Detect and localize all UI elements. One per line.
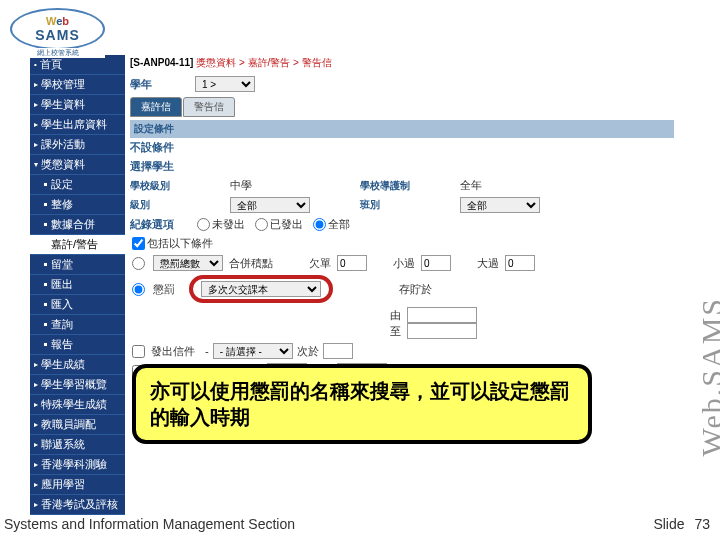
sidebar-item[interactable]: ▸學校管理 [30,75,125,95]
sidebar-item[interactable]: 嘉許/警告 [30,235,125,255]
sidebar-item[interactable]: ▸特殊學生成績 [30,395,125,415]
tab-commend[interactable]: 嘉許信 [130,97,182,117]
sidebar-item[interactable]: 報告 [30,335,125,355]
left-sidebar: •首頁▸學校管理▸學生資料▸學生出席資料▸課外活動▾獎懲資料設定整修數據合併嘉許… [30,55,125,515]
radio-all[interactable] [313,218,326,231]
sidebar-item[interactable]: 查詢 [30,315,125,335]
include-label: 包括以下條件 [147,236,213,251]
sidebar-item[interactable]: ▸學生出席資料 [30,115,125,135]
sidebar-item[interactable]: ▸學生成績 [30,355,125,375]
sidebar-item[interactable]: •首頁 [30,55,125,75]
group-select[interactable]: 全部 [460,197,540,213]
radio-unissued[interactable] [197,218,210,231]
class-label: 級別 [130,198,210,212]
input-l3[interactable] [505,255,535,271]
watermark-text: Web.SAMS [695,297,720,456]
sidebar-item[interactable]: ▸香港考試及評核 [30,495,125,515]
sidebar-item[interactable]: ▸教職員調配 [30,415,125,435]
level-label: 學校級別 [130,179,210,193]
punishment-name-select[interactable]: 多次欠交課本 [201,281,321,297]
include-checkbox[interactable] [132,237,145,250]
record-label: 紀錄選項 [130,217,195,232]
sidebar-item[interactable]: ▾獎懲資料 [30,155,125,175]
sidebar-item[interactable]: ▸香港學科測驗 [30,455,125,475]
level-value: 中學 [230,178,340,193]
sidebar-item[interactable]: ▸課外活動 [30,135,125,155]
input-l1[interactable] [337,255,367,271]
class-select[interactable]: 全部 [230,197,310,213]
sidebar-item[interactable]: 留堂 [30,255,125,275]
input-l2[interactable] [421,255,451,271]
sidebar-item[interactable]: ▸學生學習概覽 [30,375,125,395]
date-to[interactable] [407,323,477,339]
sidebar-item[interactable]: 整修 [30,195,125,215]
highlight-punishment: 多次欠交課本 [189,275,333,303]
callout-box: 亦可以使用懲罰的名稱來搜尋，並可以設定懲罰的輸入時期 [132,364,592,444]
tab-warn[interactable]: 警告信 [183,97,235,117]
radio-issued[interactable] [255,218,268,231]
opt-sel: 選擇學生 [130,159,195,174]
tab-bar: 嘉許信 警告信 [130,97,674,117]
sidebar-item[interactable]: 設定 [30,175,125,195]
sidebar-item[interactable]: 數據合併 [30,215,125,235]
sel-last1[interactable]: - 請選擇 - [213,343,293,359]
sidebar-item[interactable]: 匯出 [30,275,125,295]
chk-last1[interactable] [132,345,145,358]
teacher-label: 學校導護制 [360,179,440,193]
year-label: 學年 [130,77,195,92]
breadcrumb: [S-ANP04-11] 獎懲資料 > 嘉許/警告 > 警告信 [130,56,674,70]
sidebar-item[interactable]: 匯入 [30,295,125,315]
year-select[interactable]: 1 > [195,76,255,92]
slide-footer: Systems and Information Management Secti… [4,516,710,532]
group-label: 班別 [360,198,440,212]
section-header: 設定條件 [130,120,674,138]
footer-left: Systems and Information Management Secti… [4,516,295,532]
radio-puntotal[interactable] [132,257,145,270]
sidebar-item[interactable]: ▸應用學習 [30,475,125,495]
websams-logo: Web SAMS 網上校管系統 [10,8,105,50]
date-from[interactable] [407,307,477,323]
inp-last1[interactable] [323,343,353,359]
sidebar-item[interactable]: ▸聯遞系統 [30,435,125,455]
puntotal-select[interactable]: 懲罰總數 [153,255,223,271]
teacher-value: 全年 [460,178,570,193]
sidebar-item[interactable]: ▸學生資料 [30,95,125,115]
opt-free: 不設條件 [130,140,195,155]
radio-pun2[interactable] [132,283,145,296]
